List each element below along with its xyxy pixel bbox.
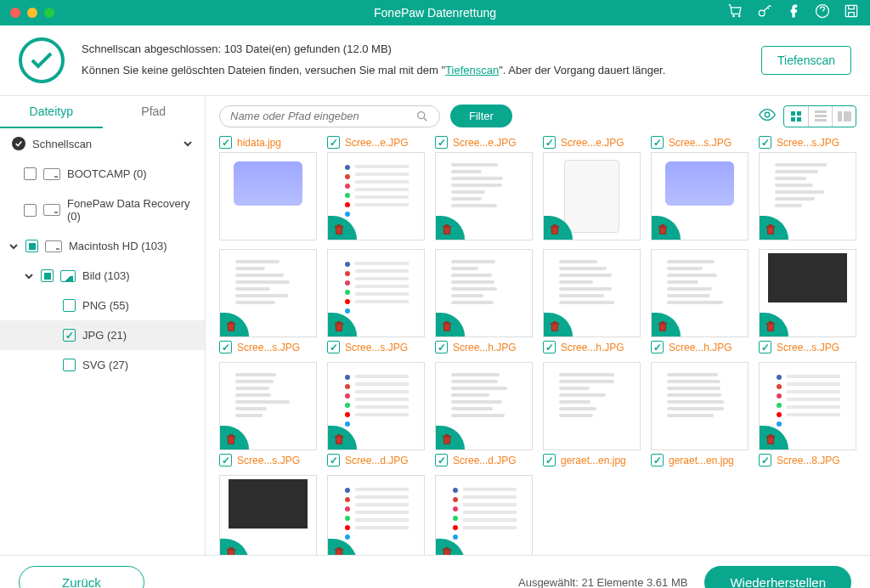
tab-filetype[interactable]: Dateityp <box>0 96 103 128</box>
file-checkbox[interactable] <box>219 341 232 353</box>
tree-svg[interactable]: SVG (27) <box>0 350 205 380</box>
file-checkbox[interactable] <box>651 136 664 149</box>
file-item[interactable]: Scree...h.JPG <box>435 249 533 353</box>
close-window-button[interactable] <box>10 8 20 18</box>
trash-icon <box>220 539 249 555</box>
file-item[interactable]: Scree...8.JPG <box>759 362 856 466</box>
file-thumbnail[interactable] <box>327 249 425 337</box>
file-thumbnail[interactable] <box>543 249 641 337</box>
window-controls <box>10 8 54 18</box>
file-checkbox[interactable] <box>759 341 771 353</box>
file-checkbox[interactable] <box>651 454 664 466</box>
preview-icon[interactable] <box>758 105 777 127</box>
help-icon[interactable] <box>814 3 831 23</box>
grid-view-button[interactable] <box>784 106 808 127</box>
file-checkbox[interactable] <box>435 454 448 466</box>
file-checkbox[interactable] <box>543 454 556 466</box>
file-checkbox[interactable] <box>759 454 771 466</box>
file-thumbnail[interactable] <box>759 152 856 240</box>
deepscan-button[interactable]: Tiefenscan <box>761 46 851 75</box>
minimize-window-button[interactable] <box>27 8 37 18</box>
file-checkbox[interactable] <box>435 136 448 149</box>
file-item[interactable]: Scree...s.JPG <box>219 362 317 466</box>
file-item[interactable]: geraet...en.jpg <box>651 362 749 466</box>
checkbox-partial[interactable] <box>25 240 38 252</box>
file-thumbnail[interactable] <box>327 475 425 555</box>
checkbox-partial[interactable] <box>41 269 54 282</box>
file-checkbox[interactable] <box>327 454 340 466</box>
file-thumbnail[interactable] <box>543 152 641 240</box>
file-thumbnail[interactable] <box>543 362 641 450</box>
file-item[interactable]: Scree...h.JPG <box>543 249 641 353</box>
file-item[interactable]: Scree...s.JPG <box>759 249 856 353</box>
save-icon[interactable] <box>843 3 860 23</box>
file-checkbox[interactable] <box>327 341 340 353</box>
tree-macintosh[interactable]: Macintosh HD (103) <box>0 231 205 261</box>
list-view-button[interactable] <box>808 106 832 127</box>
file-item[interactable]: hidata.jpg <box>219 136 317 240</box>
file-item[interactable]: Scree...s.JPG <box>759 136 856 240</box>
tree-schnellscan[interactable]: Schnellscan <box>0 128 205 159</box>
file-item[interactable]: Scree...d.JPG <box>435 362 533 466</box>
file-thumbnail[interactable] <box>327 362 425 450</box>
file-item[interactable]: Scree...d.JPG <box>327 362 425 466</box>
file-item[interactable]: Scree...7.JPG <box>435 475 533 555</box>
file-checkbox[interactable] <box>219 136 232 149</box>
file-item[interactable]: Scree...s.JPG <box>327 249 425 353</box>
file-checkbox[interactable] <box>651 341 664 353</box>
file-thumbnail[interactable] <box>651 362 749 450</box>
file-thumbnail[interactable] <box>435 152 533 240</box>
file-thumbnail[interactable] <box>759 362 856 450</box>
tree-bild[interactable]: Bild (103) <box>0 261 205 291</box>
file-thumbnail[interactable] <box>219 475 317 555</box>
filter-button[interactable]: Filter <box>450 105 512 127</box>
tree-fonepaw[interactable]: FonePaw Data Recovery (0) <box>0 189 205 231</box>
file-item[interactable]: Scree...e.JPG <box>435 136 533 240</box>
file-checkbox[interactable] <box>543 136 556 149</box>
search-input[interactable] <box>230 110 415 122</box>
file-item[interactable]: Scree...4.JPG <box>219 475 317 555</box>
file-checkbox[interactable] <box>759 136 771 149</box>
maximize-window-button[interactable] <box>44 8 54 18</box>
file-item[interactable]: Scree...s.JPG <box>219 249 317 353</box>
file-thumbnail[interactable] <box>219 362 317 450</box>
file-checkbox[interactable] <box>219 454 232 466</box>
file-thumbnail[interactable] <box>219 152 317 240</box>
file-thumbnail[interactable] <box>435 362 533 450</box>
key-icon[interactable] <box>756 3 773 23</box>
checkbox-checked[interactable] <box>63 329 76 342</box>
recover-button[interactable]: Wiederherstellen <box>704 566 851 588</box>
checkbox[interactable] <box>63 359 76 371</box>
file-thumbnail[interactable] <box>219 249 317 337</box>
svg-point-4 <box>765 112 770 117</box>
file-item[interactable]: Scree...e.JPG <box>543 136 641 240</box>
back-button[interactable]: Zurück <box>19 566 144 588</box>
file-item[interactable]: Scree...7.JPG <box>327 475 425 555</box>
file-thumbnail[interactable] <box>759 249 856 337</box>
file-thumbnail[interactable] <box>651 152 749 240</box>
file-thumbnail[interactable] <box>435 475 533 555</box>
file-checkbox[interactable] <box>327 136 340 149</box>
checkbox[interactable] <box>24 167 37 180</box>
checkbox[interactable] <box>63 299 76 312</box>
file-item[interactable]: Scree...s.JPG <box>651 136 749 240</box>
deepscan-link[interactable]: Tiefenscan <box>445 64 499 76</box>
file-item[interactable]: Scree...e.JPG <box>327 136 425 240</box>
search-box[interactable] <box>219 105 440 127</box>
detail-view-button[interactable] <box>832 106 856 127</box>
tree-jpg[interactable]: JPG (21) <box>0 320 205 350</box>
file-item[interactable]: geraet...en.jpg <box>543 362 641 466</box>
file-thumbnail[interactable] <box>327 152 425 240</box>
tree-png[interactable]: PNG (55) <box>0 291 205 320</box>
cart-icon[interactable] <box>727 3 744 23</box>
file-checkbox[interactable] <box>543 341 556 353</box>
facebook-icon[interactable] <box>785 3 802 23</box>
file-thumbnail[interactable] <box>651 249 749 337</box>
tab-path[interactable]: Pfad <box>103 96 206 128</box>
sidebar-tabs: Dateityp Pfad <box>0 96 205 128</box>
checkbox[interactable] <box>24 204 37 217</box>
tree-bootcamp[interactable]: BOOTCAMP (0) <box>0 159 205 189</box>
file-item[interactable]: Scree...h.JPG <box>651 249 749 353</box>
file-checkbox[interactable] <box>435 341 448 353</box>
file-thumbnail[interactable] <box>435 249 533 337</box>
